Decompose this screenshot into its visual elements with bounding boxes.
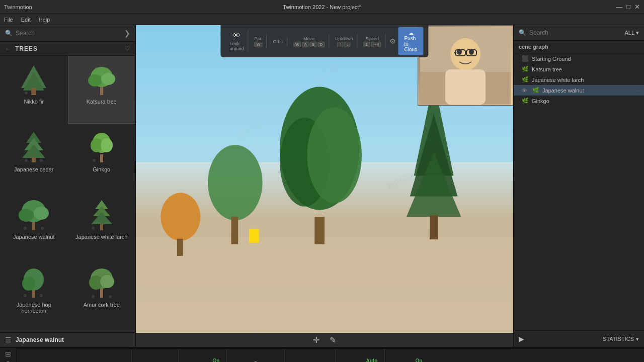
svg-point-54 (160, 193, 200, 241)
favorite-icon[interactable]: ♡ (124, 45, 130, 52)
speed-tool[interactable]: Speed 1 →4 (360, 34, 386, 48)
pan-label: Pan (254, 36, 262, 41)
right-bottom-bar: ▶ STATISTICS ▾ (514, 330, 644, 347)
trees-header: ← TREES ♡ (0, 42, 135, 56)
svg-point-31 (22, 277, 35, 291)
scene-item-ginkgo[interactable]: 🌿 Ginkgo (514, 96, 644, 106)
collapse-button[interactable]: ❯ (124, 29, 130, 37)
left-icons-panel: ⊞ ⊕ ⊙ ⊟ → (0, 348, 17, 362)
window-controls[interactable]: — □ ✕ (616, 3, 640, 11)
more-options-icon[interactable]: ··· (634, 87, 639, 94)
tree-item-katsura[interactable]: Katsura tree (68, 56, 136, 124)
right-sidebar: 🔍 ALL ▾ cene graph ⬛ Starting Ground 🌿 K… (513, 25, 644, 347)
filter-dropdown[interactable]: ALL ▾ (624, 30, 639, 36)
svg-rect-60 (445, 69, 486, 105)
tree-label-japanese-white-larch: Japanese white larch (75, 234, 127, 240)
svg-rect-55 (177, 239, 183, 256)
cloud-icon: ☁ (409, 30, 414, 36)
pan-tool[interactable]: Pan W (250, 34, 267, 48)
play-button[interactable]: ▶ (519, 335, 524, 343)
right-search-icon: 🔍 (519, 29, 526, 36)
tree-item-japanese-walnut[interactable]: Japanese walnut (0, 191, 68, 259)
viewport[interactable]: 人人素材 RRCG RRCG 👁 Look around Pan W Orbit (136, 25, 513, 347)
selected-tree-label: Japanese walnut (16, 336, 64, 343)
svg-rect-17 (100, 154, 103, 162)
menu-icon[interactable]: ☰ (5, 336, 12, 344)
svg-rect-43 (136, 237, 513, 347)
bark-tint-property[interactable]: Bark tint (285, 349, 336, 362)
tree-item-amur-cork-tree[interactable]: Amur cork tree (68, 259, 136, 333)
left-bottom-bar: ☰ Japanese walnut (0, 332, 135, 347)
svg-marker-10 (22, 144, 45, 158)
look-around-tool[interactable]: 👁 Look around (225, 30, 248, 52)
trees-grid: Nikko fir Katsura tree (0, 56, 135, 332)
scene-label-ginkgo: Ginkgo (532, 98, 549, 104)
tree-item-japanese-hop-hornbeam[interactable]: Japanese hop hornbeam (0, 259, 68, 333)
tree-label-nikko-fir: Nikko fir (24, 99, 44, 105)
speed-label: Speed (366, 36, 379, 41)
look-around-label: Look around (229, 41, 244, 51)
tree-icon-japanese-walnut (14, 197, 54, 232)
svg-rect-11 (32, 157, 36, 162)
close-button[interactable]: ✕ (634, 3, 640, 11)
svg-point-29 (92, 227, 95, 230)
tree-icon-japanese-white-larch (82, 197, 122, 232)
webcam-overlay (418, 25, 513, 106)
window-title: Twinmotion 2022 - New project* (283, 4, 361, 10)
scene-item-japanese-walnut[interactable]: 👁 🌿 Japanese walnut ··· (514, 85, 644, 96)
minimize-button[interactable]: — (616, 3, 622, 11)
push-to-cloud-button[interactable]: ☁ Push to Cloud (398, 27, 423, 55)
season-property[interactable]: Auto Season (336, 349, 385, 362)
settings-icon[interactable]: ⚙ (389, 37, 396, 45)
left-search-input[interactable] (16, 30, 121, 37)
right-search-input[interactable] (529, 29, 621, 36)
updown-tool[interactable]: Up/down ↑ ↓ (331, 34, 358, 48)
visibility-icon[interactable]: 👁 (522, 87, 527, 94)
svg-point-5 (88, 74, 102, 86)
tree-icon-amur-cork-tree (82, 264, 122, 300)
orbit-tool[interactable]: Orbit (269, 37, 287, 46)
main-area: 🔍 ❯ ← TREES ♡ Nik (0, 25, 644, 347)
sidebar-icon-2[interactable]: ⊕ (0, 359, 16, 362)
tree-item-nikko-fir[interactable]: Nikko fir (0, 56, 68, 124)
tree-scene-icon-2: 🌿 (522, 76, 529, 83)
wind-property[interactable]: On Wind (385, 349, 429, 362)
left-sidebar: 🔍 ❯ ← TREES ♡ Nik (0, 25, 136, 347)
sidebar-icon-1[interactable]: ⊞ (0, 350, 16, 358)
height-property[interactable]: 8.0m Height (132, 349, 179, 362)
svg-rect-22 (32, 222, 35, 230)
tree-item-japanese-cedar[interactable]: Japanese cedar (0, 124, 68, 192)
scene-item-japanese-white-larch[interactable]: 🌿 Japanese white larch (514, 74, 644, 85)
search-icon: 🔍 (5, 30, 13, 37)
move-tool[interactable]: Move W A S D (289, 34, 329, 48)
svg-rect-47 (314, 217, 325, 244)
menu-edit[interactable]: Edit (21, 17, 31, 23)
statistics-text: STATISTICS (603, 336, 634, 342)
scene-item-starting-ground[interactable]: ⬛ Starting Ground (514, 53, 644, 64)
scene-item-katsura-tree[interactable]: 🌿 Katsura tree (514, 64, 644, 74)
menu-file[interactable]: File (4, 17, 13, 23)
maximize-button[interactable]: □ (626, 3, 630, 11)
tree-icon-ginkgo (82, 129, 122, 164)
move-tool-button[interactable]: ✛ (313, 335, 319, 345)
scene-graph-header: cene graph (514, 41, 644, 53)
move-label: Move (303, 36, 314, 41)
nav-arrows: ← (5, 45, 11, 52)
tree-item-japanese-white-larch[interactable]: Japanese white larch (68, 191, 136, 259)
growth-property[interactable]: On Growth (179, 349, 227, 362)
scene-label-starting-ground: Starting Ground (532, 56, 571, 62)
svg-point-13 (40, 159, 43, 162)
svg-marker-50 (407, 152, 461, 217)
tree-label-japanese-walnut: Japanese walnut (13, 234, 55, 240)
tree-label-japanese-cedar: Japanese cedar (14, 166, 53, 172)
age-property: ♺ 50% Age (27, 349, 132, 362)
tree-item-ginkgo[interactable]: Ginkgo (68, 124, 136, 192)
leaves-tint-property[interactable]: Leaves tint (227, 349, 284, 362)
orbit-label: Orbit (273, 39, 283, 44)
edit-tool-button[interactable]: ✎ (330, 335, 336, 345)
svg-marker-27 (91, 212, 112, 224)
nav-back[interactable]: ← (5, 45, 11, 52)
svg-rect-51 (430, 216, 438, 240)
svg-rect-32 (32, 290, 35, 298)
menu-help[interactable]: Help (39, 17, 50, 23)
